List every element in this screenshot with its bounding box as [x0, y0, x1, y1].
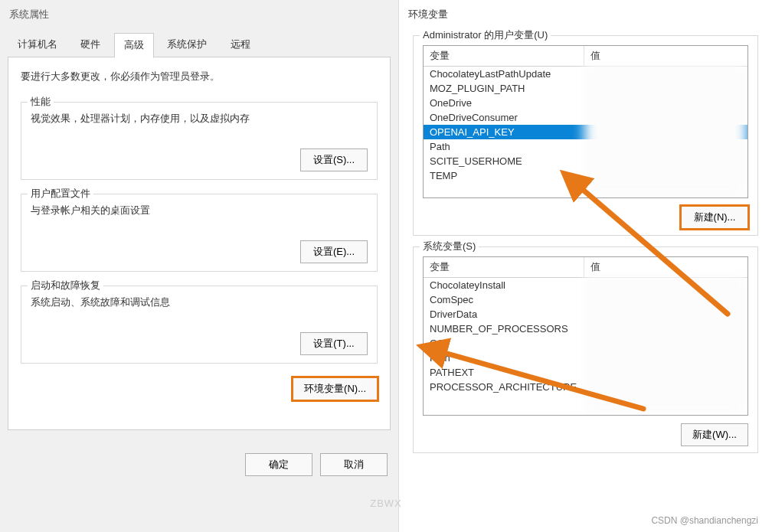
dialog-title: 系统属性: [0, 0, 398, 32]
system-variables-table[interactable]: 变量 值 ChocolateyInstallComSpecDriverDataN…: [423, 256, 748, 416]
fieldset-legend: 性能: [28, 95, 54, 109]
variable-name-cell: ChocolateyInstall: [424, 278, 584, 292]
dialog-buttons: 确定 取消: [0, 438, 398, 484]
column-value[interactable]: 值: [584, 257, 747, 277]
tab-computer-name[interactable]: 计算机名: [8, 32, 67, 57]
tab-advanced[interactable]: 高级: [114, 33, 154, 58]
system-properties-dialog: 系统属性 计算机名 硬件 高级 系统保护 远程 要进行大多数更改，你必须作为管理…: [0, 0, 398, 532]
watermark-center: ZBWX: [370, 498, 402, 509]
user-new-button[interactable]: 新建(N)...: [681, 206, 748, 229]
fieldset-user-profiles: 用户配置文件 与登录帐户相关的桌面设置 设置(E)...: [21, 194, 378, 272]
system-variables-group: 系统变量(S) 变量 值 ChocolateyInstallComSpecDri…: [413, 246, 758, 453]
tab-remote[interactable]: 远程: [221, 32, 260, 57]
table-header: 变量 值: [424, 46, 747, 67]
variable-name-cell: MOZ_PLUGIN_PATH: [424, 81, 584, 96]
fieldset-desc: 系统启动、系统故障和调试信息: [31, 295, 368, 309]
variable-name-cell: SCITE_USERHOME: [424, 154, 584, 168]
variable-name-cell: ComSpec: [424, 292, 584, 307]
profiles-settings-button[interactable]: 设置(E)...: [300, 240, 368, 263]
variable-name-cell: NUMBER_OF_PROCESSORS: [424, 321, 584, 336]
group-legend: 系统变量(S): [420, 240, 479, 253]
fieldset-legend: 启动和故障恢复: [28, 279, 103, 292]
column-value[interactable]: 值: [584, 46, 747, 66]
variable-name-cell: PROCESSOR_ARCHITECTURE: [424, 380, 584, 394]
column-variable[interactable]: 变量: [424, 257, 584, 277]
variable-name-cell: DriverData: [424, 307, 584, 321]
environment-variables-button[interactable]: 环境变量(N)...: [293, 377, 378, 400]
fieldset-performance: 性能 视觉效果，处理器计划，内存使用，以及虚拟内存 设置(S)...: [21, 102, 378, 180]
tab-bar: 计算机名 硬件 高级 系统保护 远程: [0, 32, 398, 57]
blurred-values-area: [584, 276, 747, 415]
tab-panel-advanced: 要进行大多数更改，你必须作为管理员登录。 性能 视觉效果，处理器计划，内存使用，…: [8, 57, 391, 430]
user-variables-table[interactable]: 变量 值 ChocolateyLastPathUpdateMOZ_PLUGIN_…: [423, 45, 748, 198]
startup-settings-button[interactable]: 设置(T)...: [300, 332, 368, 355]
variable-name-cell: Path: [424, 351, 584, 365]
variable-name-cell: PATHEXT: [424, 365, 584, 380]
column-variable[interactable]: 变量: [424, 46, 584, 66]
tab-system-protection[interactable]: 系统保护: [157, 32, 217, 57]
group-legend: Administrator 的用户变量(U): [420, 28, 551, 42]
fieldset-desc: 与登录帐户相关的桌面设置: [31, 204, 368, 217]
variable-name-cell: OneDrive: [424, 96, 584, 110]
environment-variables-dialog: 环境变量 Administrator 的用户变量(U) 变量 值 Chocola…: [398, 0, 772, 532]
cancel-button[interactable]: 取消: [320, 453, 388, 476]
blurred-values-area: [584, 64, 747, 197]
variable-name-cell: OPENAI_API_KEY: [424, 125, 584, 139]
fieldset-legend: 用户配置文件: [28, 187, 93, 201]
tab-hardware[interactable]: 硬件: [70, 32, 110, 57]
variable-name-cell: OS: [424, 336, 584, 351]
variable-name-cell: Path: [424, 139, 584, 154]
user-variables-group: Administrator 的用户变量(U) 变量 值 ChocolateyLa…: [413, 35, 758, 236]
admin-notice: 要进行大多数更改，你必须作为管理员登录。: [21, 70, 378, 83]
system-new-button[interactable]: 新建(W)...: [681, 423, 748, 446]
watermark-attribution: CSDN @shandianchengzi: [651, 515, 758, 526]
fieldset-startup-recovery: 启动和故障恢复 系统启动、系统故障和调试信息 设置(T)...: [21, 286, 378, 364]
variable-name-cell: OneDriveConsumer: [424, 110, 584, 125]
performance-settings-button[interactable]: 设置(S)...: [300, 149, 368, 171]
fieldset-desc: 视觉效果，处理器计划，内存使用，以及虚拟内存: [31, 112, 368, 126]
variable-name-cell: TEMP: [424, 168, 584, 183]
table-header: 变量 值: [424, 257, 747, 278]
variable-name-cell: ChocolateyLastPathUpdate: [424, 67, 584, 81]
ok-button[interactable]: 确定: [245, 453, 312, 476]
